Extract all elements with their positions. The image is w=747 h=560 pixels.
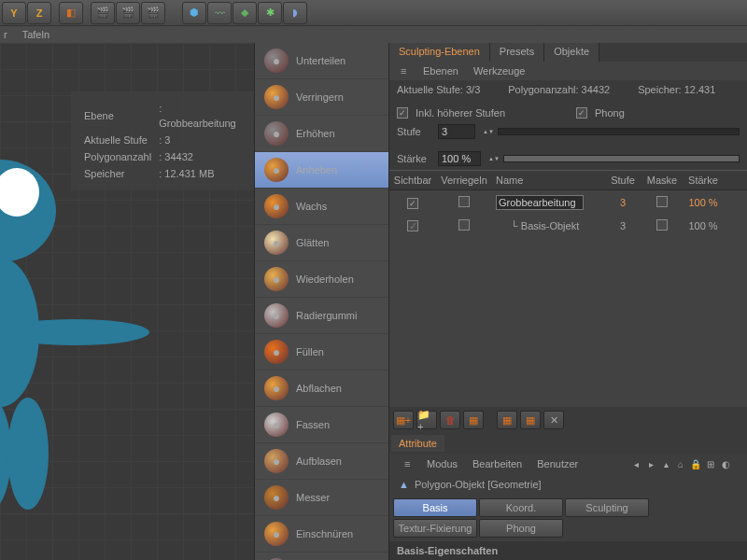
more-icon[interactable]: ◐ [719, 457, 732, 470]
tool-label: Erhöhen [296, 128, 335, 139]
add-layer-button[interactable]: ▦+ [393, 411, 414, 429]
subtab-ebenen[interactable]: Ebenen [423, 65, 458, 77]
mask-checkbox[interactable] [656, 219, 668, 231]
tool-verringern[interactable]: ●Verringern [255, 79, 388, 116]
staerke-slider[interactable] [503, 155, 740, 162]
tool-unterteilen[interactable]: ●Unterteilen [255, 43, 388, 79]
status-bar: Aktuelle Stufe: 3/3 Polygonanzahl: 34432… [389, 80, 747, 99]
btn-textur[interactable]: Textur-Fixierung [393, 519, 477, 538]
attr-modus[interactable]: Modus [427, 458, 458, 469]
tool-füllen[interactable]: ●Füllen [255, 334, 388, 371]
tool-glätten[interactable]: ●Glätten [255, 225, 388, 261]
tool-icon: ● [264, 267, 289, 291]
right-panel: Sculpting-Ebenen Presets Objekte ≡ Ebene… [389, 43, 747, 560]
main-toolbar: Y Z ◧ 🎬 🎬 🎬 ⬢ 〰 ◆ ✱ ◗ [0, 0, 747, 26]
inkl-checkbox[interactable]: ✓ [397, 107, 408, 119]
tool-icon: ● [264, 376, 289, 400]
tool-aufblasen[interactable]: ●Aufblasen [255, 443, 388, 480]
clapper2-button[interactable]: 🎬 [116, 2, 140, 24]
layer-btn5[interactable]: ▦ [497, 411, 517, 429]
cube-button[interactable]: ◧ [59, 2, 83, 24]
tool-erhöhen[interactable]: ●Erhöhen [255, 116, 388, 152]
nav-fwd-icon[interactable]: ▸ [644, 457, 657, 470]
tab-objekte[interactable]: Objekte [544, 43, 599, 62]
layer-actions: ▦+ 📁+ 🗑 ▦ ▦ ▦ ✕ [389, 407, 747, 433]
lock-checkbox[interactable] [458, 219, 470, 231]
prim3-button[interactable]: ◆ [233, 2, 257, 24]
clapper1-button[interactable]: 🎬 [91, 2, 115, 24]
tab-presets[interactable]: Presets [490, 43, 544, 62]
tool-label: Wachs [296, 201, 327, 212]
layer-columns: SichtbarVerriegeln NameStufe MaskeStärke [389, 170, 747, 190]
tool-wiederholen[interactable]: ●Wiederholen [255, 261, 388, 298]
tool-label: Radiergummi [296, 310, 357, 321]
tool-icon: ● [264, 413, 289, 437]
tab-attribute[interactable]: Attribute [391, 435, 444, 452]
layer-btn7[interactable]: ✕ [543, 411, 564, 429]
tool-icon: ● [264, 303, 289, 328]
tool-label: Unterteilen [296, 55, 345, 66]
tool-icon: ● [264, 121, 289, 146]
btn-koord[interactable]: Koord. [479, 498, 563, 517]
tool-label: Messer [296, 492, 330, 503]
tool-label: Fassen [296, 419, 330, 430]
visible-checkbox[interactable]: ✓ [407, 198, 418, 209]
svg-point-5 [7, 398, 49, 510]
tool-icon: ● [264, 231, 289, 255]
nav-back-icon[interactable]: ◂ [629, 457, 642, 470]
menu-item[interactable]: r [4, 29, 7, 40]
tool-icon: ● [264, 158, 289, 182]
nav-home-icon[interactable]: ⌂ [674, 457, 687, 470]
tool-wachs[interactable]: ●Wachs [255, 189, 388, 225]
mask-checkbox[interactable] [656, 196, 668, 207]
stufe-input[interactable]: 3 [438, 124, 475, 139]
stufe-spinner[interactable]: ▲▼ [483, 130, 490, 133]
tool-anheben[interactable]: ●Anheben [255, 152, 388, 189]
gear-icon[interactable]: ⊞ [704, 457, 717, 470]
axis-y-button[interactable]: Y [2, 2, 26, 24]
prim5-button[interactable]: ◗ [283, 2, 307, 24]
layer-btn6[interactable]: ▦ [520, 411, 541, 429]
axis-z-button[interactable]: Z [27, 2, 51, 24]
menu-item[interactable]: Tafeln [22, 29, 49, 40]
visible-checkbox[interactable]: ✓ [407, 220, 418, 231]
btn-sculpting[interactable]: Sculpting [565, 498, 649, 517]
layer-row[interactable]: ✓└ Basis-Objekt3100 % [389, 215, 747, 237]
prim1-button[interactable]: ⬢ [182, 2, 206, 24]
viewport[interactable]: Ebene: Grobbearbeitung Aktuelle Stufe: 3… [0, 43, 254, 560]
layer-btn4[interactable]: ▦ [463, 411, 484, 429]
prim2-button[interactable]: 〰 [207, 2, 232, 24]
add-folder-button[interactable]: 📁+ [416, 411, 437, 429]
layer-row[interactable]: ✓3100 % [389, 190, 747, 215]
subtabs: ≡ Ebenen Werkzeuge [389, 62, 747, 80]
btn-phong[interactable]: Phong [479, 519, 563, 538]
clapper3-button[interactable]: 🎬 [141, 2, 165, 24]
tool-einschnüren[interactable]: ●Einschnüren [255, 516, 388, 553]
tool-radiergummi[interactable]: ●Radiergummi [255, 298, 388, 334]
tool-label: Verringern [296, 91, 344, 103]
layer-name-input[interactable] [496, 195, 584, 210]
menubar: r Tafeln [0, 26, 747, 43]
lock-checkbox[interactable] [458, 196, 470, 207]
nav-up-icon[interactable]: ▴ [659, 457, 672, 470]
tool-icon: ● [264, 522, 289, 546]
staerke-input[interactable]: 100 % [438, 151, 481, 166]
prim4-button[interactable]: ✱ [258, 2, 282, 24]
tool-abtragen[interactable]: ●Abtragen [255, 553, 388, 560]
delete-layer-button[interactable]: 🗑 [440, 411, 460, 429]
tool-abflachen[interactable]: ●Abflachen [255, 371, 388, 407]
tool-fassen[interactable]: ●Fassen [255, 407, 388, 443]
phong-checkbox[interactable]: ✓ [576, 107, 587, 119]
btn-basis[interactable]: Basis [393, 498, 477, 517]
stufe-slider[interactable] [498, 128, 740, 135]
staerke-spinner[interactable]: ▲▼ [488, 157, 496, 161]
subtab-werkzeuge[interactable]: Werkzeuge [473, 65, 525, 77]
viewport-info: Ebene: Grobbearbeitung Aktuelle Stufe: 3… [71, 91, 254, 190]
tool-messer[interactable]: ●Messer [255, 480, 388, 516]
lock-icon[interactable]: 🔒 [689, 457, 702, 470]
layer-name: └ Basis-Objekt [492, 220, 604, 231]
character-mesh [0, 136, 149, 510]
attr-benutzer[interactable]: Benutzer [537, 458, 578, 469]
attr-bearbeiten[interactable]: Bearbeiten [472, 458, 522, 469]
tab-sculpting-ebenen[interactable]: Sculpting-Ebenen [389, 43, 490, 62]
